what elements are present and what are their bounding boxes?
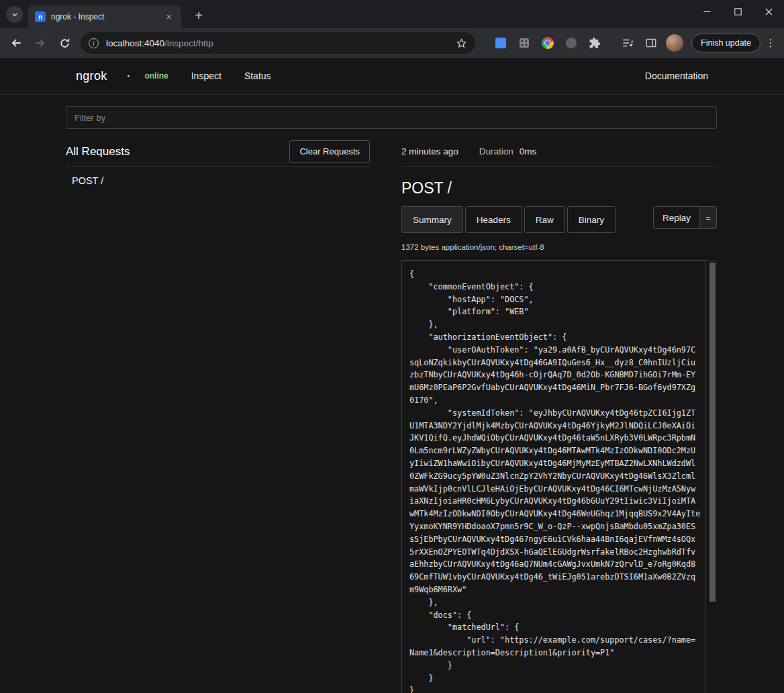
- browser-menu-button[interactable]: ⋮: [765, 32, 777, 54]
- tab-headers[interactable]: Headers: [465, 206, 522, 233]
- tab-raw[interactable]: Raw: [524, 206, 565, 233]
- forward-button[interactable]: [30, 32, 51, 54]
- requests-panel-header: All Requests Clear Requests: [66, 137, 370, 167]
- puzzle-piece-icon: [589, 37, 601, 49]
- extensions-menu-button[interactable]: [584, 33, 605, 54]
- browser-tab[interactable]: n ngrok - Inspect ✕: [28, 5, 181, 28]
- window-minimize-button[interactable]: [691, 0, 722, 23]
- browser-toolbar: i localhost:4040/inspect/http Finish upd…: [0, 28, 784, 58]
- extension-blue-icon[interactable]: [490, 33, 511, 54]
- nav-item-documentation[interactable]: Documentation: [645, 71, 708, 81]
- close-icon: [765, 8, 773, 15]
- avatar: [666, 34, 683, 52]
- duration-value: 0ms: [520, 146, 537, 156]
- replay-options-button[interactable]: =: [699, 206, 717, 229]
- side-panel-button[interactable]: [640, 33, 661, 54]
- column-gap: [370, 137, 401, 693]
- browser-tab-strip: n ngrok - Inspect ✕ +: [0, 0, 784, 28]
- url-path: /inspect/http: [164, 38, 213, 48]
- bookmark-star-icon[interactable]: [456, 38, 467, 49]
- reload-icon: [59, 38, 70, 49]
- nav-item-inspect[interactable]: Inspect: [191, 71, 222, 81]
- tab-binary[interactable]: Binary: [567, 206, 616, 233]
- request-list-item[interactable]: POST /: [66, 167, 370, 186]
- forward-arrow-icon: [34, 37, 46, 49]
- separator-dot: •: [128, 72, 130, 80]
- request-title: POST /: [401, 179, 717, 197]
- window-maximize-button[interactable]: [722, 0, 753, 23]
- extension-circle-icon[interactable]: [560, 33, 581, 54]
- back-button[interactable]: [5, 32, 27, 54]
- nav-item-status[interactable]: Status: [244, 71, 271, 81]
- request-detail-panel: 2 minutes ago Duration 0ms POST / Summar…: [401, 137, 717, 693]
- status-badge: online: [144, 71, 168, 81]
- replay-button[interactable]: Replay: [653, 206, 700, 229]
- extension-dice-icon[interactable]: [513, 33, 534, 54]
- new-tab-button[interactable]: +: [189, 6, 208, 25]
- extension-chrome-icon[interactable]: [537, 33, 558, 54]
- clear-requests-button[interactable]: Clear Requests: [289, 140, 370, 163]
- back-arrow-icon: [10, 37, 22, 49]
- content-container: All Requests Clear Requests POST / 2 min…: [66, 106, 717, 693]
- url-text[interactable]: localhost:4040/inspect/http: [106, 38, 213, 48]
- requests-title: All Requests: [66, 145, 130, 158]
- tab-close-icon[interactable]: ✕: [163, 11, 175, 23]
- profile-button[interactable]: [664, 33, 685, 54]
- media-list-icon: [622, 37, 634, 49]
- side-panel-icon: [645, 37, 657, 49]
- ngrok-favicon: n: [35, 11, 46, 22]
- minimize-icon: [703, 8, 711, 15]
- window-close-button[interactable]: [753, 0, 784, 23]
- tab-title: ngrok - Inspect: [51, 12, 163, 21]
- finish-update-button[interactable]: Finish update: [691, 34, 761, 52]
- replay-split-button: Replay =: [653, 206, 717, 229]
- request-body-block: { "commonEventObject": { "hostApp": "DOC…: [401, 261, 705, 693]
- dice-icon: [519, 38, 530, 48]
- detail-tabs: Summary Headers Raw Binary Replay =: [401, 206, 717, 233]
- content-type-meta: 1372 bytes application/json; charset=utf…: [401, 243, 717, 261]
- address-bar[interactable]: i localhost:4040/inspect/http: [81, 32, 475, 54]
- detail-scrollbar-thumb[interactable]: [709, 263, 716, 602]
- tab-summary[interactable]: Summary: [401, 206, 463, 233]
- blue-square-icon: [495, 38, 506, 48]
- media-controls-button[interactable]: [617, 33, 638, 54]
- reload-button[interactable]: [54, 32, 75, 54]
- gray-circle-icon: [566, 38, 577, 48]
- chevron-down-icon: [11, 9, 18, 21]
- ngrok-logo[interactable]: ngrok: [76, 69, 107, 83]
- window-controls: [691, 0, 784, 23]
- ngrok-header: ngrok • online Inspect Status Documentat…: [0, 58, 784, 95]
- filter-input[interactable]: [66, 106, 717, 129]
- requests-panel: All Requests Clear Requests POST /: [66, 137, 370, 693]
- url-host: localhost:4040: [106, 38, 164, 48]
- time-ago-label: 2 minutes ago: [401, 146, 458, 156]
- detail-meta-row: 2 minutes ago Duration 0ms: [401, 137, 717, 167]
- tab-search-button[interactable]: [6, 6, 23, 23]
- request-body-json: { "commonEventObject": { "hostApp": "DOC…: [409, 268, 697, 693]
- duration-label: Duration: [479, 146, 513, 156]
- site-info-icon[interactable]: i: [89, 38, 99, 48]
- chrome-logo-icon: [542, 37, 554, 49]
- maximize-icon: [734, 8, 742, 15]
